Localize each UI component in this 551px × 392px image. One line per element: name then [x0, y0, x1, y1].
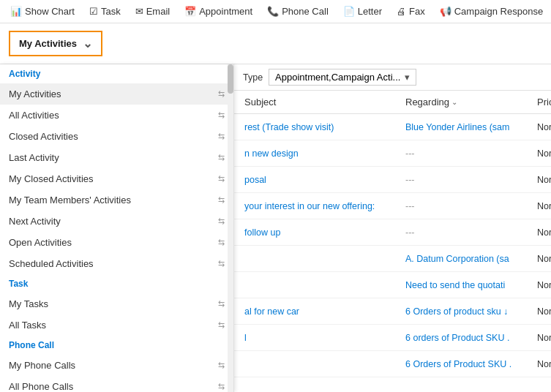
- table-row: al for new car6 Orders of product sku ↓N…: [234, 298, 551, 325]
- cell-priority: Normal: [533, 328, 551, 347]
- toolbar-item-task[interactable]: ☑Task: [82, 0, 128, 23]
- dropdown-item-closed-activities[interactable]: Closed Activities⇆: [0, 126, 233, 147]
- cell-subject[interactable]: follow up: [240, 223, 401, 242]
- cell-subject[interactable]: [240, 281, 401, 290]
- grid-body: rest (Trade show visit)Blue Yonder Airli…: [234, 114, 551, 392]
- dropdown-item-label: My Activities: [9, 88, 61, 99]
- dropdown-item-all-phone-calls[interactable]: All Phone Calls⇆: [0, 376, 233, 392]
- col-header-priority[interactable]: Priority ⌄: [533, 91, 551, 113]
- cell-regarding: ---: [401, 144, 533, 163]
- filter-value-text: Appointment,Campaign Acti...: [275, 72, 400, 83]
- dropdown-item-label: Closed Activities: [9, 131, 78, 142]
- phone-call-label: Phone Call: [282, 6, 329, 17]
- cell-regarding[interactable]: Need to send the quotati: [401, 276, 533, 295]
- toolbar-item-show-chart[interactable]: 📊Show Chart: [3, 0, 82, 23]
- dropdown-panel: Activity My Activities⇆All Activities⇆Cl…: [0, 64, 234, 392]
- cell-regarding[interactable]: 6 orders of Product SKU .: [401, 328, 533, 347]
- chevron-down-icon: ▾: [405, 72, 410, 83]
- header-title-text: My Activities: [19, 38, 77, 49]
- dropdown-item-next-activity[interactable]: Next Activity⇆: [0, 211, 233, 232]
- dropdown-item-open-activities[interactable]: Open Activities⇆: [0, 232, 233, 253]
- dropdown-item-label: My Phone Calls: [9, 360, 75, 371]
- email-label: Email: [146, 6, 170, 17]
- cell-regarding[interactable]: A. Datum Corporation (sa: [401, 249, 533, 268]
- dropdown-item-last-activity[interactable]: Last Activity⇆: [0, 147, 233, 168]
- cell-priority: Normal: [533, 144, 551, 163]
- pin-icon: ⇆: [218, 89, 225, 99]
- pin-icon: ⇆: [218, 174, 225, 184]
- cell-regarding[interactable]: 6 Orders of Product SKU .: [401, 355, 533, 374]
- table-row: n new design---Normal: [234, 140, 551, 167]
- pin-icon: ⇆: [218, 132, 225, 141]
- campaign-response-icon: 📢: [440, 6, 451, 17]
- cell-subject[interactable]: your interest in our new offering:: [240, 197, 401, 216]
- dropdown-item-label: Scheduled Activities: [9, 258, 94, 269]
- cell-subject[interactable]: l: [240, 328, 401, 347]
- dropdown-item-my-tasks[interactable]: My Tasks⇆: [0, 293, 233, 314]
- dropdown-item-my-phone-calls[interactable]: My Phone Calls⇆: [0, 355, 233, 376]
- cell-subject[interactable]: n new design: [240, 144, 401, 163]
- scrollbar-thumb[interactable]: [228, 64, 233, 94]
- activity-section-header: Activity: [0, 64, 233, 83]
- cell-regarding: ---: [401, 197, 533, 216]
- filter-type-dropdown[interactable]: Appointment,Campaign Acti... ▾: [269, 69, 416, 86]
- cell-subject[interactable]: [240, 360, 401, 369]
- pin-icon: ⇆: [218, 320, 225, 330]
- dropdown-item-all-activities[interactable]: All Activities⇆: [0, 105, 233, 126]
- scrollbar-track[interactable]: [228, 64, 233, 392]
- table-row: 6 Orders of Product SKU .Normal: [234, 351, 551, 377]
- task-label: Task: [101, 6, 121, 17]
- fax-icon: 🖨: [397, 6, 406, 17]
- dropdown-item-all-tasks[interactable]: All Tasks⇆: [0, 314, 233, 336]
- view-title-button[interactable]: My Activities ⌄: [9, 31, 102, 56]
- dropdown-item-my-closed-activities[interactable]: My Closed Activities⇆: [0, 168, 233, 189]
- cell-subject[interactable]: al for new car: [240, 302, 401, 321]
- cell-subject[interactable]: [240, 255, 401, 263]
- cell-regarding[interactable]: Blue Yonder Airlines (sam: [401, 118, 533, 137]
- table-row: posal---Normal: [234, 167, 551, 193]
- toolbar: 📊Show Chart☑Task✉Email📅Appointment📞Phone…: [0, 0, 551, 23]
- dropdown-item-label: Last Activity: [9, 152, 59, 163]
- cell-priority: Normal: [533, 170, 551, 189]
- fax-label: Fax: [409, 6, 425, 17]
- toolbar-item-campaign-response[interactable]: 📢Campaign Response: [432, 0, 550, 23]
- table-row: rest (Trade show visit)Blue Yonder Airli…: [234, 114, 551, 140]
- phone-call-icon: 📞: [267, 6, 279, 17]
- dropdown-item-my-activities[interactable]: My Activities⇆: [0, 83, 233, 105]
- data-grid: Type Appointment,Campaign Acti... ▾ Subj…: [234, 64, 551, 392]
- dropdown-item-label: All Tasks: [9, 320, 46, 331]
- dropdown-item-label: My Team Members' Activities: [9, 195, 131, 206]
- col-header-subject: Subject: [240, 91, 401, 113]
- cell-regarding[interactable]: 6 Orders of product sku ↓: [401, 302, 533, 321]
- dropdown-item-label: My Closed Activities: [9, 173, 94, 184]
- dropdown-item-label: All Phone Calls: [9, 381, 73, 392]
- pin-icon: ⇆: [218, 382, 225, 391]
- dropdown-item-scheduled-activities[interactable]: Scheduled Activities⇆: [0, 253, 233, 274]
- show-chart-icon: 📊: [10, 6, 22, 17]
- filter-type-label: Type: [243, 72, 263, 83]
- toolbar-item-letter[interactable]: 📄Letter: [336, 0, 389, 23]
- email-icon: ✉: [135, 6, 143, 17]
- table-row: Need to send the quotatiNormal: [234, 272, 551, 298]
- col-header-regarding[interactable]: Regarding ⌄: [401, 91, 533, 113]
- cell-priority: Normal: [533, 249, 551, 268]
- cell-subject[interactable]: rest (Trade show visit): [240, 118, 401, 137]
- toolbar-item-appointment[interactable]: 📅Appointment: [177, 0, 260, 23]
- toolbar-item-fax[interactable]: 🖨Fax: [389, 0, 432, 23]
- cell-priority: Normal: [533, 223, 551, 242]
- dropdown-item-label: Open Activities: [9, 237, 72, 248]
- appointment-icon: 📅: [184, 6, 196, 17]
- grid-header: Subject Regarding ⌄ Priority ⌄: [234, 91, 551, 114]
- campaign-response-label: Campaign Response: [454, 6, 543, 17]
- toolbar-item-phone-call[interactable]: 📞Phone Call: [260, 0, 336, 23]
- pin-icon: ⇆: [218, 153, 225, 162]
- dropdown-item-label: Next Activity: [9, 216, 61, 227]
- pin-icon: ⇆: [218, 361, 225, 370]
- toolbar-item-email[interactable]: ✉Email: [128, 0, 178, 23]
- task-section-header: Task: [0, 274, 233, 293]
- cell-priority: Normal: [533, 197, 551, 216]
- dropdown-item-my-team-activities[interactable]: My Team Members' Activities⇆: [0, 189, 233, 211]
- letter-icon: 📄: [343, 6, 355, 17]
- cell-subject[interactable]: posal: [240, 170, 401, 189]
- cell-priority: Normal: [533, 276, 551, 295]
